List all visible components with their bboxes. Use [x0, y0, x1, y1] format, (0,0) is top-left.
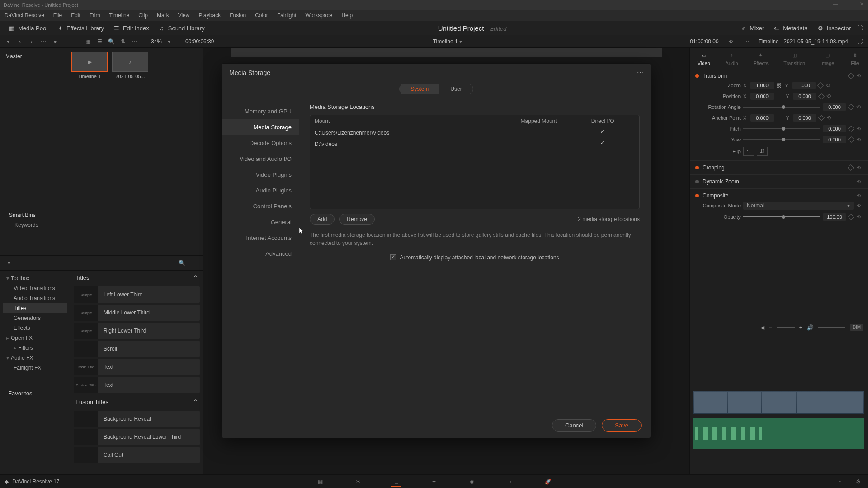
directio-checkbox[interactable]: [600, 141, 605, 146]
reset-icon[interactable]: ⟲: [856, 164, 863, 171]
pitch-slider[interactable]: [743, 128, 820, 129]
inspector-tab-effects[interactable]: ✦Effects: [753, 51, 768, 66]
media-pool-button[interactable]: ▦Media Pool: [4, 23, 52, 33]
reset-icon[interactable]: ⟲: [856, 126, 863, 132]
nav-general[interactable]: General: [222, 214, 299, 230]
comp-mode-select[interactable]: Normal▾: [743, 202, 854, 210]
clip-thumb[interactable]: ▶ Timeline 1: [71, 52, 108, 79]
search-icon[interactable]: 🔍: [107, 37, 116, 46]
reset-icon[interactable]: ⟲: [856, 104, 863, 110]
add-button[interactable]: Add: [310, 214, 335, 225]
anchor-y-input[interactable]: 0.000: [793, 114, 816, 122]
close-icon[interactable]: ✕: [860, 1, 866, 7]
sound-library-button[interactable]: ♫Sound Library: [154, 23, 209, 33]
enable-dot-icon[interactable]: [695, 180, 699, 183]
inspector-tab-transition[interactable]: ◫Transition: [783, 51, 805, 66]
system-tab[interactable]: System: [400, 84, 439, 94]
yaw-slider[interactable]: [743, 139, 820, 140]
keyframe-icon[interactable]: [817, 82, 824, 89]
rotation-input[interactable]: 0.000: [823, 103, 846, 111]
volume-slider[interactable]: [818, 327, 845, 328]
flip-v-button[interactable]: ⇵: [757, 147, 768, 156]
composite-header[interactable]: Composite⟲: [695, 192, 863, 200]
mixer-button[interactable]: ⎚Mixer: [736, 23, 769, 33]
menu-davinci-resolve[interactable]: DaVinci Resolve: [0, 10, 49, 20]
keywords-bin[interactable]: Keywords: [7, 220, 61, 230]
keyframe-icon[interactable]: [848, 104, 854, 110]
reset-icon[interactable]: ⟲: [856, 214, 863, 220]
enable-dot-icon[interactable]: [695, 166, 699, 169]
fx-tree-filters[interactable]: ▸Filters: [3, 343, 67, 353]
nav-prev-icon[interactable]: ‹: [15, 37, 24, 46]
video-track[interactable]: [693, 391, 864, 414]
pos-x-input[interactable]: 0.000: [750, 93, 774, 100]
fx-item[interactable]: Call Out: [74, 447, 200, 463]
inspector-tab-image[interactable]: ▢Image: [821, 51, 835, 66]
zoom-in-icon[interactable]: +: [799, 324, 802, 331]
auto-display-checkbox[interactable]: [390, 254, 396, 260]
col-directio[interactable]: Direct I/O: [571, 118, 635, 124]
record-icon[interactable]: ●: [51, 37, 60, 46]
maximize-icon[interactable]: ☐: [846, 1, 853, 7]
reset-icon[interactable]: ⟲: [856, 192, 863, 199]
fairlight-page-icon[interactable]: ♪: [505, 476, 515, 487]
edit-index-button[interactable]: ☰Edit Index: [108, 23, 154, 33]
minimize-icon[interactable]: —: [833, 1, 839, 7]
collapse-icon[interactable]: ⌃: [193, 274, 198, 281]
keyframe-icon[interactable]: [848, 73, 854, 79]
cut-page-icon[interactable]: ✂: [353, 476, 363, 487]
nav-advanced[interactable]: Advanced: [222, 246, 299, 262]
fx-tree-effects[interactable]: Effects: [3, 323, 67, 333]
master-bin[interactable]: Master: [4, 52, 64, 61]
deliver-page-icon[interactable]: 🚀: [542, 476, 553, 487]
zoom-x-input[interactable]: 1.000: [750, 82, 774, 89]
color-page-icon[interactable]: ◉: [467, 476, 477, 487]
menu-timeline[interactable]: Timeline: [104, 10, 134, 20]
fx-tree-titles[interactable]: Titles: [3, 303, 67, 313]
keyframe-icon[interactable]: [818, 115, 825, 121]
edit-page-icon[interactable]: ⎯: [391, 476, 401, 487]
pos-y-input[interactable]: 0.000: [793, 93, 816, 100]
dialog-options-icon[interactable]: ⋯: [637, 69, 643, 76]
nav-audio-plugins[interactable]: Audio Plugins: [222, 183, 299, 198]
menu-clip[interactable]: Clip: [134, 10, 152, 20]
fx-tree-fairlight[interactable]: Fairlight FX: [3, 363, 67, 373]
menu-mark[interactable]: Mark: [152, 10, 174, 20]
nav-video-audio-io[interactable]: Video and Audio I/O: [222, 151, 299, 167]
opacity-input[interactable]: 100.00: [823, 213, 846, 221]
pitch-input[interactable]: 0.000: [823, 125, 846, 132]
expand-icon[interactable]: ⛶: [855, 23, 864, 33]
inspector-tab-file[interactable]: 🗎File: [849, 51, 860, 66]
menu-help[interactable]: Help: [337, 10, 357, 20]
fx-tree-openfx[interactable]: ▸Open FX: [3, 333, 67, 343]
fx-tree-audio-transitions[interactable]: Audio Transitions: [3, 293, 67, 303]
cancel-button[interactable]: Cancel: [552, 419, 596, 432]
thumb-view-icon[interactable]: ▦: [83, 37, 92, 46]
fx-section-fusion[interactable]: Fusion Titles⌃: [70, 395, 203, 409]
home-icon[interactable]: ⌂: [835, 476, 845, 487]
menu-color[interactable]: Color: [250, 10, 273, 20]
fx-options-icon[interactable]: ⋯: [190, 258, 199, 267]
inspector-tab-video[interactable]: ▭Video: [698, 51, 710, 66]
menu-trim[interactable]: Trim: [85, 10, 105, 20]
zoom-y-input[interactable]: 1.000: [792, 82, 816, 89]
storage-row[interactable]: D:\videos: [310, 139, 639, 150]
menu-file[interactable]: File: [49, 10, 66, 20]
favorites-header[interactable]: Favorites: [3, 386, 67, 400]
keyframe-icon[interactable]: [848, 136, 854, 143]
remove-button[interactable]: Remove: [339, 214, 375, 225]
clip-thumb[interactable]: ♪ 2021-05-05...: [112, 52, 148, 79]
list-view-icon[interactable]: ☰: [95, 37, 104, 46]
smart-bins-header[interactable]: Smart Bins: [7, 210, 61, 220]
options-icon[interactable]: ⋯: [130, 37, 139, 46]
keyframe-icon[interactable]: [848, 126, 854, 132]
col-mapped[interactable]: Mapped Mount: [507, 118, 571, 124]
keyframe-icon[interactable]: [848, 214, 854, 220]
fx-item[interactable]: Background Reveal: [74, 411, 200, 427]
keyframe-icon[interactable]: [818, 93, 825, 99]
nav-decode-options[interactable]: Decode Options: [222, 135, 299, 151]
fx-item[interactable]: Basic TitleText: [74, 359, 200, 375]
effects-library-button[interactable]: ✦Effects Library: [52, 23, 108, 33]
metadata-button[interactable]: 🏷Metadata: [769, 23, 812, 33]
nav-video-plugins[interactable]: Video Plugins: [222, 167, 299, 183]
